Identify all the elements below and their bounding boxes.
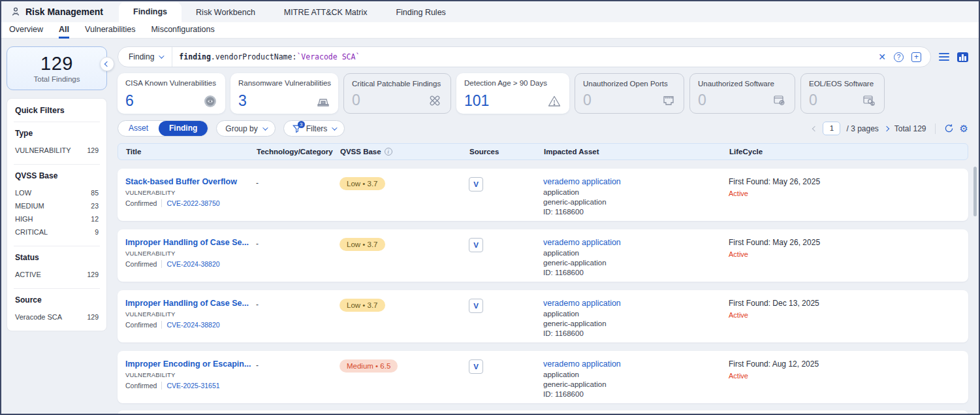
info-icon[interactable]: i — [385, 148, 392, 156]
cve-link[interactable]: CVE-2024-38820 — [162, 321, 219, 329]
refresh-icon[interactable] — [944, 124, 954, 133]
col-impacted-asset: Impacted Asset — [544, 148, 729, 156]
asset-subtype: generic-application — [543, 320, 729, 327]
asset-toggle-button[interactable]: Asset — [118, 121, 159, 136]
vertical-scrollbar[interactable] — [973, 167, 977, 216]
card-label: Unauthorized Open Ports — [583, 80, 676, 88]
finding-title-link[interactable]: Improper Encoding or Escapin... — [125, 359, 256, 369]
technology-cell: - — [256, 177, 340, 188]
asset-type: application — [543, 188, 729, 196]
source-badge-veracode[interactable]: V — [469, 299, 483, 313]
filters-dropdown[interactable]: 3 Filters — [283, 120, 345, 137]
search-scope-label: Finding — [129, 52, 154, 61]
filter-section-title: Status — [15, 253, 99, 262]
subnav-misconfigurations[interactable]: Misconfigurations — [151, 22, 214, 39]
col-qvss-label: QVSS Base — [340, 148, 381, 156]
subnav-overview[interactable]: Overview — [9, 22, 43, 39]
list-view-icon[interactable] — [939, 53, 949, 61]
card-critical-patchable-findings[interactable]: Critical Patchable Findings 0 — [343, 73, 451, 114]
finding-title-link[interactable]: Improper Handling of Case Se... — [125, 299, 256, 308]
col-sources: Sources — [469, 148, 544, 156]
finding-toggle-button[interactable]: Finding — [159, 121, 208, 136]
card-detection-age[interactable]: Detection Age > 90 Days 101 — [456, 73, 569, 114]
finding-status: Confirmed — [125, 199, 162, 207]
filter-section-status: Status ACTIVE 129 — [14, 246, 100, 289]
funnel-icon: 3 — [292, 124, 302, 133]
col-lifecycle: LifeCycle — [729, 148, 968, 156]
col-qvss-base: QVSS Base i — [340, 148, 469, 156]
tab-mitre-attack-matrix[interactable]: MITRE ATT&CK Matrix — [270, 3, 382, 22]
quick-filters-title: Quick Filters — [14, 99, 100, 122]
filter-item-high[interactable]: HIGH 12 — [15, 212, 99, 225]
cve-link[interactable]: CVE-2025-31651 — [162, 382, 219, 390]
tab-finding-rules[interactable]: Finding Rules — [381, 3, 460, 22]
cve-link[interactable]: CVE-2024-38820 — [162, 260, 219, 268]
asset-name-link[interactable]: verademo application — [543, 359, 729, 369]
filter-count: 85 — [91, 189, 99, 197]
tab-risk-workbench[interactable]: Risk Workbench — [182, 3, 270, 22]
filter-item-veracode-sca[interactable]: Veracode SCA 129 — [15, 310, 99, 324]
table-row[interactable]: Improper Handling of Case Se... VULNERAB… — [118, 229, 968, 282]
search-box: Finding finding.vendorProductName:`Verac… — [118, 46, 931, 67]
filter-item-vulnerability[interactable]: VULNERABILITY 129 — [15, 144, 99, 157]
filter-item-medium[interactable]: MEDIUM 23 — [15, 199, 99, 212]
filter-item-critical[interactable]: CRITICAL 9 — [15, 225, 99, 239]
divider — [935, 124, 936, 134]
filter-label: VULNERABILITY — [15, 146, 71, 154]
filter-section-title: Source — [15, 295, 99, 305]
card-eol-eos-software[interactable]: EOL/EOS Software 0 — [800, 73, 885, 114]
filter-count: 129 — [87, 271, 99, 278]
asset-name-link[interactable]: verademo application — [543, 299, 729, 308]
filter-item-low[interactable]: LOW 85 — [15, 186, 99, 199]
next-page-icon[interactable] — [884, 125, 889, 131]
asset-name-link[interactable]: verademo application — [543, 177, 729, 186]
asset-type: application — [543, 371, 729, 378]
subnav-vulnerabilities[interactable]: Vulnerabilities — [85, 22, 135, 39]
search-scope-dropdown[interactable]: Finding — [118, 47, 172, 67]
source-badge-veracode[interactable]: V — [469, 238, 483, 252]
qvss-pill: Low • 3.7 — [340, 238, 385, 251]
tab-findings[interactable]: Findings — [119, 2, 182, 22]
settings-gear-icon[interactable]: ⚙ — [960, 124, 968, 133]
clear-search-icon[interactable]: ✕ — [878, 52, 886, 61]
finding-title-link[interactable]: Stack-based Buffer Overflow — [125, 177, 256, 186]
findings-table: Title Technology/Category QVSS Base i So… — [118, 143, 968, 414]
filter-item-active[interactable]: ACTIVE 129 — [15, 268, 99, 281]
source-badge-veracode[interactable]: V — [469, 177, 483, 191]
search-query-input[interactable]: finding.vendorProductName:`Veracode SCA` — [172, 52, 869, 61]
table-row[interactable]: Improper Encoding or Escapin... VULNERAB… — [118, 351, 968, 403]
filter-label: HIGH — [15, 215, 33, 223]
table-row[interactable]: Improper Handling of Case Se... VULNERAB… — [118, 290, 968, 342]
quick-filters-panel: Quick Filters Type VULNERABILITY 129 QVS… — [7, 98, 107, 331]
lifecycle-state: Active — [729, 372, 968, 380]
finding-status: Confirmed — [125, 260, 162, 268]
card-cisa-known-vulnerabilities[interactable]: CISA Known Vulnerabilities 6 — [118, 73, 225, 114]
group-by-dropdown[interactable]: Group by — [216, 120, 275, 137]
cve-link[interactable]: CVE-2022-38750 — [162, 199, 219, 207]
prev-page-icon[interactable] — [812, 125, 817, 131]
sidebar-collapse-button[interactable] — [100, 57, 114, 71]
card-value: 3 — [238, 93, 247, 108]
card-unauthorized-software[interactable]: Unauthorized Software 0 — [689, 73, 795, 114]
technology-cell: - — [256, 299, 340, 309]
asset-name-link[interactable]: verademo application — [543, 238, 729, 247]
technology-cell: - — [256, 238, 340, 248]
card-ransomware-vulnerabilities[interactable]: Ransomware Vulnerabilities 3 — [230, 73, 338, 114]
card-label: EOL/EOS Software — [809, 80, 876, 88]
asset-subtype: generic-application — [543, 259, 729, 267]
col-technology-category: Technology/Category — [257, 148, 340, 156]
chart-view-icon[interactable] — [957, 52, 968, 62]
filter-label: MEDIUM — [15, 202, 44, 210]
source-badge-veracode[interactable]: V — [469, 359, 483, 374]
add-query-icon[interactable]: + — [911, 52, 921, 62]
finding-type: VULNERABILITY — [125, 371, 256, 378]
page-number-input[interactable]: 1 — [823, 122, 840, 135]
lifecycle-state: Active — [729, 190, 968, 197]
help-icon[interactable]: ? — [894, 52, 904, 62]
filter-section-title: Type — [15, 129, 99, 138]
card-unauthorized-open-ports[interactable]: Unauthorized Open Ports 0 — [575, 73, 684, 114]
subnav-all[interactable]: All — [59, 22, 69, 39]
finding-title-link[interactable]: Improper Handling of Case Se... — [125, 238, 256, 247]
asset-finding-toggle: Asset Finding — [118, 120, 208, 137]
table-row[interactable]: Stack-based Buffer Overflow VULNERABILIT… — [118, 169, 968, 221]
